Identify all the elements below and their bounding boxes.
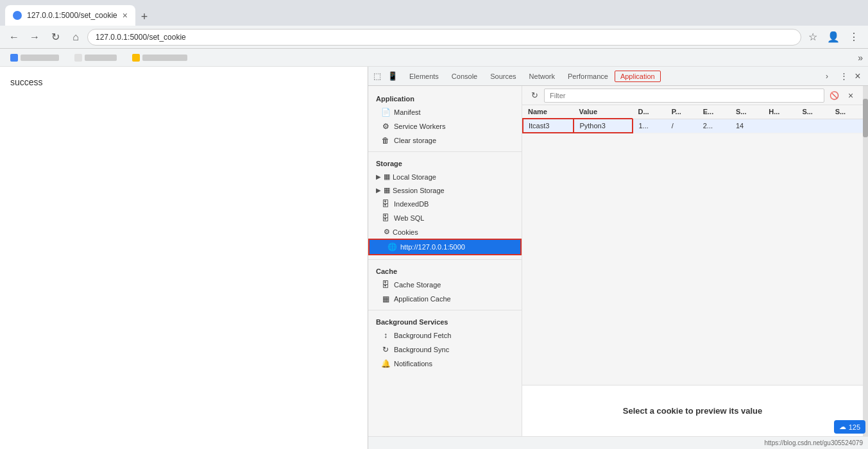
sidebar-item-background-fetch[interactable]: ↕ Background Fetch bbox=[368, 328, 522, 343]
cookie-size-cell: 14 bbox=[731, 119, 763, 133]
tab-elements[interactable]: Elements bbox=[403, 70, 445, 83]
sidebar-item-notifications[interactable]: 🔔 Notifications bbox=[368, 357, 522, 371]
sidebar-item-cache-storage[interactable]: 🗄 Cache Storage bbox=[368, 278, 522, 292]
bookmark-1[interactable] bbox=[5, 53, 64, 63]
preview-area: Select a cookie to preview its value bbox=[522, 385, 863, 436]
tab-performance[interactable]: Performance bbox=[561, 70, 615, 83]
status-url: https://blog.csdn.net/gu305524079 bbox=[765, 439, 863, 446]
service-workers-icon: ⚙ bbox=[381, 122, 390, 131]
tab-console[interactable]: Console bbox=[445, 70, 484, 83]
cookie-toolbar: ↻ 🚫 × bbox=[522, 86, 863, 105]
table-row[interactable]: Itcast3 Python3 1... / 2... 14 bbox=[523, 119, 863, 133]
divider-2 bbox=[368, 259, 522, 260]
sidebar-label-clear-storage: Clear storage bbox=[394, 137, 436, 144]
devtools-main: ↻ 🚫 × Name Value D... P... bbox=[522, 86, 863, 436]
preview-text: Select a cookie to preview its value bbox=[623, 406, 762, 416]
inspect-icon[interactable]: ⬚ bbox=[371, 70, 384, 83]
notifications-icon: 🔔 bbox=[381, 359, 390, 368]
reload-button[interactable]: ↻ bbox=[46, 28, 64, 46]
menu-button[interactable]: ⋮ bbox=[845, 28, 863, 46]
cookie-table: Name Value D... P... E... S... H... S...… bbox=[522, 105, 863, 133]
session-storage-icon: ▦ bbox=[384, 186, 390, 194]
tab-title: 127.0.0.1:5000/set_cookie bbox=[27, 11, 117, 20]
address-bar[interactable]: 127.0.0.1:5000/set_cookie bbox=[87, 29, 801, 46]
cookie-secure-cell bbox=[797, 119, 830, 133]
devtools-close-button[interactable]: × bbox=[850, 69, 865, 84]
col-samesite: S... bbox=[830, 105, 863, 119]
scrollbar-thumb[interactable] bbox=[863, 99, 868, 137]
devtools-body: Application 📄 Manifest ⚙ Service Workers… bbox=[368, 86, 868, 436]
bookmark-3[interactable] bbox=[127, 53, 192, 63]
devtools-sidebar: Application 📄 Manifest ⚙ Service Workers… bbox=[368, 86, 522, 436]
back-button[interactable]: ← bbox=[5, 28, 23, 46]
background-fetch-icon: ↕ bbox=[381, 331, 390, 340]
nav-bar: ← → ↻ ⌂ 127.0.0.1:5000/set_cookie ☆ 👤 ⋮ bbox=[0, 26, 868, 49]
active-tab[interactable]: 127.0.0.1:5000/set_cookie × bbox=[5, 5, 135, 26]
close-filter-button[interactable]: × bbox=[844, 89, 858, 103]
devtools-scrollbar[interactable] bbox=[863, 86, 868, 436]
sidebar-item-cookies-url[interactable]: 🌐 http://127.0.0.1:5000 bbox=[368, 239, 522, 255]
blue-badge[interactable]: ☁ 125 bbox=[834, 420, 865, 434]
col-secure: S... bbox=[797, 105, 830, 119]
sidebar-label-indexeddb: IndexedDB bbox=[394, 200, 429, 208]
home-button[interactable]: ⌂ bbox=[67, 28, 85, 46]
web-sql-icon: 🗄 bbox=[381, 214, 390, 223]
col-size: S... bbox=[731, 105, 763, 119]
badge-icon: ☁ bbox=[839, 423, 846, 431]
col-domain: D... bbox=[633, 105, 666, 119]
tab-bar: 127.0.0.1:5000/set_cookie × + bbox=[5, 0, 153, 26]
sidebar-item-web-sql[interactable]: 🗄 Web SQL bbox=[368, 211, 522, 225]
sidebar-label-service-workers: Service Workers bbox=[394, 123, 445, 130]
devtools-settings-button[interactable]: ⋮ bbox=[837, 70, 850, 83]
sidebar-label-session-storage: Session Storage bbox=[393, 187, 445, 194]
sidebar-label-web-sql: Web SQL bbox=[394, 214, 425, 222]
bookmark-favicon-3 bbox=[132, 54, 140, 62]
background-sync-icon: ↻ bbox=[381, 345, 390, 354]
bookmark-button[interactable]: ☆ bbox=[804, 28, 822, 46]
sidebar-label-local-storage: Local Storage bbox=[393, 173, 436, 181]
profile-button[interactable]: 👤 bbox=[824, 28, 842, 46]
sidebar-item-background-sync[interactable]: ↻ Background Sync bbox=[368, 343, 522, 357]
col-httponly: H... bbox=[763, 105, 797, 119]
cookie-name-cell: Itcast3 bbox=[523, 119, 574, 133]
tab-close-button[interactable]: × bbox=[123, 10, 128, 21]
col-path: P... bbox=[667, 105, 698, 119]
sidebar-item-service-workers[interactable]: ⚙ Service Workers bbox=[368, 119, 522, 133]
tab-application[interactable]: Application bbox=[615, 71, 661, 82]
cookie-expires-cell: 2... bbox=[698, 119, 731, 133]
tab-network[interactable]: Network bbox=[523, 70, 561, 83]
sidebar-section-background: Background Services bbox=[368, 314, 522, 328]
sidebar-item-indexeddb[interactable]: 🗄 IndexedDB bbox=[368, 197, 522, 211]
cookie-table-wrapper: Name Value D... P... E... S... H... S...… bbox=[522, 105, 863, 385]
local-storage-arrow: ▶ bbox=[376, 173, 381, 180]
sidebar-item-cookies[interactable]: ▶ ⚙ Cookies bbox=[368, 225, 522, 239]
sidebar-label-cookies-url: http://127.0.0.1:5000 bbox=[400, 243, 465, 251]
sidebar-item-session-storage[interactable]: ▶ ▦ Session Storage bbox=[368, 183, 522, 197]
sidebar-item-local-storage[interactable]: ▶ ▦ Local Storage bbox=[368, 170, 522, 183]
filter-input[interactable] bbox=[544, 89, 824, 103]
tab-sources[interactable]: Sources bbox=[484, 70, 522, 83]
sidebar-item-clear-storage[interactable]: 🗑 Clear storage bbox=[368, 133, 522, 148]
new-tab-button[interactable]: + bbox=[135, 8, 153, 26]
sidebar-label-cookies: Cookies bbox=[393, 228, 418, 236]
sidebar-label-background-fetch: Background Fetch bbox=[394, 332, 451, 339]
devtools-tabs: ⬚ 📱 Elements Console Sources Network Per… bbox=[368, 67, 868, 86]
sidebar-item-manifest[interactable]: 📄 Manifest bbox=[368, 105, 522, 119]
bookmarks-more[interactable]: » bbox=[858, 53, 863, 63]
local-storage-icon: ▦ bbox=[384, 173, 390, 181]
bookmark-label-3 bbox=[142, 55, 187, 61]
devtools-more-button[interactable]: › bbox=[819, 69, 835, 84]
devtools-icons: ⬚ 📱 bbox=[371, 70, 399, 83]
sidebar-section-cache: Cache bbox=[368, 264, 522, 278]
bookmark-label-1 bbox=[21, 55, 59, 61]
indexeddb-icon: 🗄 bbox=[381, 199, 390, 208]
clear-cookies-button[interactable]: 🚫 bbox=[827, 89, 841, 103]
device-icon[interactable]: 📱 bbox=[386, 70, 399, 83]
cookie-path-cell: / bbox=[667, 119, 698, 133]
forward-button[interactable]: → bbox=[26, 28, 44, 46]
bookmark-2[interactable] bbox=[69, 53, 122, 63]
cookies-url-icon: 🌐 bbox=[387, 242, 396, 251]
refresh-cookies-button[interactable]: ↻ bbox=[527, 89, 541, 103]
sidebar-label-cache-storage: Cache Storage bbox=[394, 281, 441, 289]
sidebar-item-application-cache[interactable]: ▦ Application Cache bbox=[368, 292, 522, 306]
